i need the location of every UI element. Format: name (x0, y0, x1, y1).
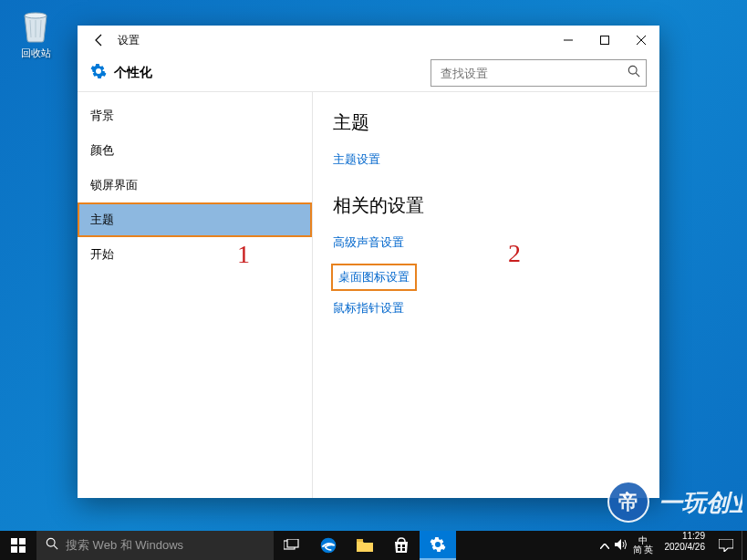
taskbar-settings[interactable] (420, 531, 456, 560)
tray-chevron-up-icon[interactable] (600, 540, 609, 551)
svg-line-4 (636, 73, 639, 77)
back-button[interactable] (81, 26, 118, 55)
sidebar-item-lockscreen[interactable]: 锁屏界面 (78, 168, 312, 202)
section-title-related: 相关的设置 (333, 193, 639, 218)
sidebar-item-background[interactable]: 背景 (78, 99, 312, 133)
maximize-button[interactable] (586, 26, 623, 55)
svg-rect-2 (601, 36, 609, 45)
tray-volume-icon[interactable] (615, 539, 628, 552)
start-button[interactable] (0, 531, 36, 560)
search-input[interactable] (441, 67, 628, 80)
minimize-button[interactable] (550, 26, 586, 55)
svg-rect-8 (11, 538, 17, 544)
settings-window: 设置 个性化 背景 颜色 锁屏界面 主题 开始 (78, 26, 659, 498)
taskbar-edge[interactable] (310, 531, 347, 560)
recycle-bin-icon (19, 7, 52, 44)
task-view-button[interactable] (274, 531, 310, 560)
svg-rect-17 (357, 539, 363, 542)
sidebar: 背景 颜色 锁屏界面 主题 开始 (78, 92, 312, 498)
search-icon (628, 65, 640, 81)
section-title-themes: 主题 (333, 110, 639, 135)
svg-rect-11 (19, 546, 26, 553)
window-titlebar: 设置 (78, 26, 659, 55)
tray-ime[interactable]: 中 简 英 (633, 536, 654, 555)
svg-point-3 (628, 66, 637, 74)
search-box[interactable] (431, 59, 647, 87)
svg-rect-20 (398, 548, 400, 551)
svg-point-0 (25, 13, 47, 18)
taskbar-search-placeholder: 搜索 Web 和 Windows (66, 537, 183, 554)
svg-point-12 (47, 538, 55, 546)
taskbar: 搜索 Web 和 Windows 中 简 英 11:29 2020/4/26 (0, 531, 747, 560)
window-header: 个性化 (78, 55, 659, 91)
link-desktop-icon-settings[interactable]: 桌面图标设置 (333, 265, 415, 289)
link-mouse-pointer[interactable]: 鼠标指针设置 (333, 300, 639, 316)
system-tray: 中 简 英 (595, 531, 659, 560)
link-advanced-sound[interactable]: 高级声音设置 (333, 234, 639, 251)
recycle-bin[interactable]: 回收站 (13, 7, 58, 60)
sidebar-item-colors[interactable]: 颜色 (78, 133, 312, 168)
close-button[interactable] (623, 26, 659, 55)
svg-rect-18 (398, 544, 400, 547)
search-icon (46, 537, 58, 554)
page-title: 个性化 (114, 65, 152, 81)
recycle-bin-label: 回收站 (13, 47, 58, 60)
link-theme-settings[interactable]: 主题设置 (333, 151, 639, 168)
svg-rect-19 (402, 544, 405, 547)
taskbar-store[interactable] (383, 531, 420, 560)
window-title: 设置 (118, 33, 140, 48)
window-body: 背景 颜色 锁屏界面 主题 开始 主题 主题设置 相关的设置 高级声音设置 桌面… (78, 91, 659, 498)
svg-rect-9 (19, 538, 26, 544)
taskbar-file-explorer[interactable] (347, 531, 383, 560)
svg-rect-21 (402, 548, 405, 551)
content-area: 主题 主题设置 相关的设置 高级声音设置 桌面图标设置 鼠标指针设置 (312, 92, 659, 498)
tray-clock[interactable]: 11:29 2020/4/26 (659, 531, 711, 560)
svg-rect-15 (287, 539, 298, 547)
show-desktop-button[interactable] (742, 531, 747, 560)
action-center-button[interactable] (711, 531, 742, 560)
svg-line-13 (54, 545, 57, 549)
gear-icon (90, 63, 107, 83)
taskbar-search[interactable]: 搜索 Web 和 Windows (36, 531, 274, 560)
svg-rect-10 (11, 546, 17, 553)
sidebar-item-themes[interactable]: 主题 (78, 202, 312, 237)
sidebar-item-start[interactable]: 开始 (78, 237, 312, 272)
